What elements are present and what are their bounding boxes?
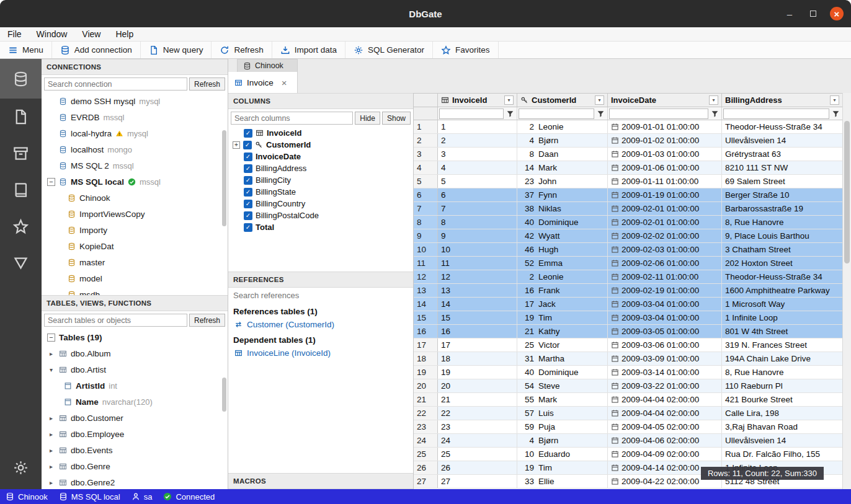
cell-invoicedate[interactable]: 2009-04-04 02:00:00	[608, 393, 722, 406]
cell-customerid[interactable]: 31Martha	[517, 352, 608, 365]
cell-invoiceid[interactable]: 8	[438, 216, 517, 229]
cell-customerid[interactable]: 14Mark	[517, 161, 608, 174]
maximize-button[interactable]	[806, 7, 820, 20]
table-row[interactable]: 252510Eduardo2009-04-09 02:00:00Rua Dr. …	[414, 448, 842, 461]
cell-customerid[interactable]: 2Leonie	[517, 120, 608, 133]
cell-invoicedate[interactable]: 2009-03-09 01:00:00	[608, 352, 722, 365]
scrollbar-thumb[interactable]	[222, 378, 226, 412]
chevron-right-icon[interactable]: ▸	[47, 479, 55, 486]
cell-customerid[interactable]: 57Luis	[517, 407, 608, 420]
cell-customerid[interactable]: 8Daan	[517, 148, 608, 161]
table-item[interactable]: ▸dbo.Genre2	[42, 474, 228, 489]
cell-invoicedate[interactable]: 2009-01-01 01:00:00	[608, 120, 722, 133]
cell-invoicedate[interactable]: 2009-01-19 01:00:00	[608, 188, 722, 201]
column-dropdown[interactable]: ▾	[504, 95, 514, 105]
sidebar-item-archive[interactable]	[0, 135, 42, 172]
cell-invoiceid[interactable]: 27	[438, 475, 517, 488]
filter-button[interactable]	[505, 108, 515, 119]
cell-invoiceid[interactable]: 24	[438, 434, 517, 447]
cell-billingaddress[interactable]: 8, Rue Hanovre	[722, 216, 842, 229]
table-row[interactable]: 191940Dominique2009-03-14 01:00:008, Rue…	[414, 366, 842, 379]
table-row[interactable]: 5523John2009-01-11 01:00:0069 Salem Stre…	[414, 175, 842, 188]
connection-item[interactable]: demo SSH mysqlmysql	[42, 93, 228, 109]
cell-customerid[interactable]: 19Tim	[517, 311, 608, 324]
cell-invoicedate[interactable]: 2009-03-05 01:00:00	[608, 325, 722, 338]
reference-item[interactable]: InvoiceLine (InvoiceId)	[228, 347, 413, 360]
minimize-button[interactable]: –	[783, 7, 796, 20]
column-check-item[interactable]: +✓CustomerId	[228, 139, 413, 151]
column-item[interactable]: Namenvarchar(120)	[42, 394, 228, 410]
database-item[interactable]: ImportViewsCopy	[42, 206, 228, 222]
cell-invoiceid[interactable]: 14	[438, 298, 517, 311]
table-row[interactable]: 161621Kathy2009-03-05 01:00:00801 W 4th …	[414, 325, 842, 338]
menu-help[interactable]: Help	[115, 29, 133, 39]
table-row[interactable]: 131316Frank2009-02-19 01:00:001600 Amphi…	[414, 284, 842, 298]
column-check-item[interactable]: ✓BillingCity	[228, 174, 413, 186]
table-row[interactable]: 112Leonie2009-01-01 01:00:00Theodor-Heus…	[414, 120, 842, 134]
column-check-item[interactable]: ✓Total	[228, 221, 413, 233]
column-header-invoiceid[interactable]: InvoiceId▾	[438, 94, 517, 107]
cell-invoicedate[interactable]: 2009-02-06 01:00:00	[608, 257, 722, 270]
cell-invoiceid[interactable]: 26	[438, 461, 517, 474]
menu-window[interactable]: Window	[37, 29, 68, 39]
references-search-input[interactable]	[228, 288, 413, 303]
table-item[interactable]: ▸dbo.Album	[42, 345, 228, 361]
close-button[interactable]: ×	[830, 7, 844, 20]
filter-input-invoicedate[interactable]	[609, 108, 708, 119]
cell-invoiceid[interactable]: 3	[438, 148, 517, 161]
cell-customerid[interactable]: 10Eduardo	[517, 448, 608, 461]
table-row[interactable]: 141417Jack2009-03-04 01:00:001 Microsoft…	[414, 298, 842, 311]
cell-billingaddress[interactable]: 319 N. Frances Street	[722, 338, 842, 351]
column-header-customerid[interactable]: CustomerId▾	[517, 94, 608, 107]
table-row[interactable]: 181831Martha2009-03-09 01:00:00194A Chai…	[414, 352, 842, 366]
column-dropdown[interactable]: ▾	[709, 95, 718, 105]
table-row[interactable]: 9942Wyatt2009-02-02 01:00:009, Place Lou…	[414, 229, 842, 243]
table-row[interactable]: 8840Dominique2009-02-01 01:00:008, Rue H…	[414, 216, 842, 229]
filter-button[interactable]	[595, 108, 606, 119]
column-header-billingaddress[interactable]: BillingAddress▾	[722, 94, 842, 107]
cell-customerid[interactable]: 40Dominique	[517, 216, 608, 229]
filter-input-billingaddress[interactable]	[723, 108, 829, 119]
filter-button[interactable]	[831, 108, 841, 119]
cell-invoiceid[interactable]: 22	[438, 407, 517, 420]
table-row[interactable]: 24244Bjørn2009-04-06 02:00:00Ullevålsvei…	[414, 434, 842, 448]
cell-billingaddress[interactable]: 801 W 4th Street	[722, 325, 842, 338]
cell-invoiceid[interactable]: 17	[438, 338, 517, 351]
toolbar-menu[interactable]: Menu	[0, 42, 52, 58]
cell-customerid[interactable]: 54Steve	[517, 379, 608, 392]
toolbar-refresh[interactable]: Refresh	[212, 42, 272, 58]
database-item[interactable]: KopieDat	[42, 238, 228, 254]
cell-customerid[interactable]: 37Fynn	[517, 188, 608, 201]
cell-billingaddress[interactable]: 69 Salem Street	[722, 175, 842, 188]
table-item[interactable]: ▸dbo.Customer	[42, 410, 228, 426]
cell-customerid[interactable]: 40Dominique	[517, 366, 608, 379]
connection-search-input[interactable]	[44, 77, 187, 91]
checkbox[interactable]: ✓	[244, 188, 252, 197]
connection-item[interactable]: MS SQL 2mssql	[42, 157, 228, 174]
scrollbar-thumb[interactable]	[844, 121, 850, 263]
cell-customerid[interactable]: 21Kathy	[517, 325, 608, 338]
cell-invoicedate[interactable]: 2009-02-03 01:00:00	[608, 243, 722, 256]
column-check-item[interactable]: ✓InvoiceDate	[228, 151, 413, 162]
table-row[interactable]: 338Daan2009-01-03 01:00:00Grétrystraat 6…	[414, 148, 842, 161]
checkbox[interactable]: ✓	[244, 153, 252, 161]
cell-billingaddress[interactable]: 202 Hoxton Street	[722, 257, 842, 270]
cell-invoicedate[interactable]: 2009-02-01 01:00:00	[608, 202, 722, 215]
checkbox[interactable]: ✓	[244, 211, 252, 220]
table-row[interactable]: 7738Niklas2009-02-01 01:00:00Barbarossas…	[414, 202, 842, 216]
menu-file[interactable]: File	[7, 29, 22, 39]
cell-customerid[interactable]: 46Hugh	[517, 243, 608, 256]
cell-customerid[interactable]: 17Jack	[517, 298, 608, 311]
column-dropdown[interactable]: ▾	[830, 95, 839, 105]
statusbar-database[interactable]: Chinook	[0, 489, 53, 504]
cell-customerid[interactable]: 19Tim	[517, 461, 608, 474]
table-row[interactable]: 12122Leonie2009-02-11 01:00:00Theodor-He…	[414, 270, 842, 284]
cell-customerid[interactable]: 25Victor	[517, 338, 608, 351]
tables-group[interactable]: −Tables (19)	[42, 329, 228, 345]
cell-invoiceid[interactable]: 23	[438, 420, 517, 433]
toolbar-add-connection[interactable]: Add connection	[52, 42, 141, 58]
database-item[interactable]: Chinook	[42, 190, 228, 206]
cell-billingaddress[interactable]: Berger Straße 10	[722, 188, 842, 201]
cell-billingaddress[interactable]: 1 Infinite Loop	[722, 311, 842, 324]
table-row[interactable]: 202054Steve2009-03-22 01:00:00110 Raebur…	[414, 379, 842, 393]
